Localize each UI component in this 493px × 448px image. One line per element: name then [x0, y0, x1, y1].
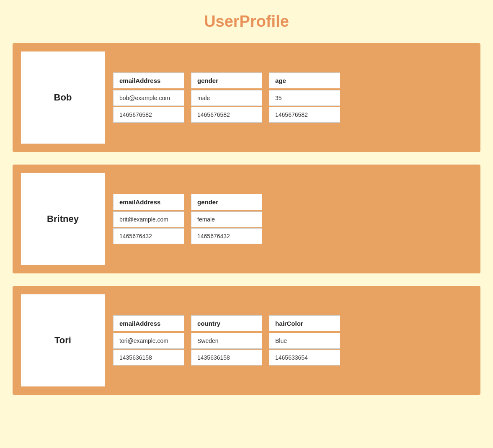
field-value-emailAddress-1: 1435636158 [113, 350, 184, 366]
page-title: UserProfile [13, 13, 480, 31]
field-group-emailAddress: emailAddressbob@example.com1465676582 [113, 72, 184, 123]
field-group-gender: genderfemale1465676432 [191, 194, 262, 244]
field-group-country: countrySweden1435636158 [191, 315, 262, 366]
field-value-gender-1: 1465676432 [191, 228, 262, 244]
field-value-hairColor-0: Blue [269, 333, 340, 349]
field-header-country: country [191, 315, 262, 332]
field-header-gender: gender [191, 72, 262, 89]
field-value-country-0: Sweden [191, 333, 262, 349]
field-group-hairColor: hairColorBlue1465633654 [269, 315, 340, 366]
field-header-hairColor: hairColor [269, 315, 340, 332]
field-value-age-0: 35 [269, 90, 340, 106]
profile-name-box-tori: Tori [21, 294, 105, 386]
field-header-emailAddress: emailAddress [113, 72, 184, 89]
profile-name-britney: Britney [47, 214, 79, 224]
profile-name-tori: Tori [54, 335, 71, 346]
profile-card-tori: ToriemailAddresstori@example.com14356361… [13, 286, 480, 395]
field-header-emailAddress: emailAddress [113, 315, 184, 332]
field-value-emailAddress-0: bob@example.com [113, 90, 184, 106]
profile-fields-tori: emailAddresstori@example.com1435636158co… [113, 315, 472, 366]
field-value-emailAddress-0: tori@example.com [113, 333, 184, 349]
field-group-age: age351465676582 [269, 72, 340, 123]
field-value-hairColor-1: 1465633654 [269, 350, 340, 366]
field-header-emailAddress: emailAddress [113, 194, 184, 211]
profile-fields-bob: emailAddressbob@example.com1465676582gen… [113, 72, 472, 123]
field-value-country-1: 1435636158 [191, 350, 262, 366]
profile-name-bob: Bob [54, 92, 72, 103]
field-value-emailAddress-1: 1465676582 [113, 107, 184, 123]
profile-name-box-bob: Bob [21, 51, 105, 144]
profile-name-box-britney: Britney [21, 173, 105, 265]
field-value-gender-0: male [191, 90, 262, 106]
profile-card-bob: BobemailAddressbob@example.com1465676582… [13, 43, 480, 152]
field-value-age-1: 1465676582 [269, 107, 340, 123]
profile-card-britney: BritneyemailAddressbrit@example.com14656… [13, 165, 480, 273]
field-value-gender-0: female [191, 211, 262, 227]
field-header-age: age [269, 72, 340, 89]
field-group-emailAddress: emailAddressbrit@example.com1465676432 [113, 194, 184, 244]
field-header-gender: gender [191, 194, 262, 211]
field-value-emailAddress-1: 1465676432 [113, 228, 184, 244]
field-group-gender: gendermale1465676582 [191, 72, 262, 123]
field-value-gender-1: 1465676582 [191, 107, 262, 123]
field-value-emailAddress-0: brit@example.com [113, 211, 184, 227]
field-group-emailAddress: emailAddresstori@example.com1435636158 [113, 315, 184, 366]
profile-fields-britney: emailAddressbrit@example.com1465676432ge… [113, 194, 472, 244]
